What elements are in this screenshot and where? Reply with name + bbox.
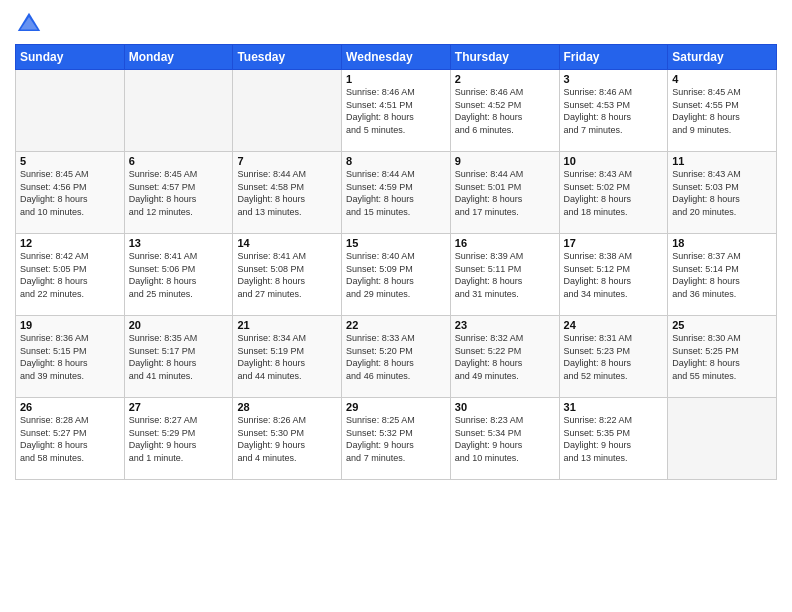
logo-icon [15, 10, 43, 38]
calendar-cell: 23Sunrise: 8:32 AM Sunset: 5:22 PM Dayli… [450, 316, 559, 398]
day-number: 8 [346, 155, 446, 167]
day-number: 1 [346, 73, 446, 85]
day-info: Sunrise: 8:45 AM Sunset: 4:57 PM Dayligh… [129, 168, 229, 218]
calendar-cell: 12Sunrise: 8:42 AM Sunset: 5:05 PM Dayli… [16, 234, 125, 316]
day-number: 9 [455, 155, 555, 167]
day-number: 24 [564, 319, 664, 331]
calendar-cell: 26Sunrise: 8:28 AM Sunset: 5:27 PM Dayli… [16, 398, 125, 480]
calendar-cell: 8Sunrise: 8:44 AM Sunset: 4:59 PM Daylig… [342, 152, 451, 234]
calendar-body: 1Sunrise: 8:46 AM Sunset: 4:51 PM Daylig… [16, 70, 777, 480]
calendar-cell: 21Sunrise: 8:34 AM Sunset: 5:19 PM Dayli… [233, 316, 342, 398]
day-number: 13 [129, 237, 229, 249]
day-number: 10 [564, 155, 664, 167]
calendar-cell [16, 70, 125, 152]
day-number: 12 [20, 237, 120, 249]
day-info: Sunrise: 8:22 AM Sunset: 5:35 PM Dayligh… [564, 414, 664, 464]
calendar-cell: 14Sunrise: 8:41 AM Sunset: 5:08 PM Dayli… [233, 234, 342, 316]
day-info: Sunrise: 8:41 AM Sunset: 5:06 PM Dayligh… [129, 250, 229, 300]
day-info: Sunrise: 8:46 AM Sunset: 4:51 PM Dayligh… [346, 86, 446, 136]
day-info: Sunrise: 8:42 AM Sunset: 5:05 PM Dayligh… [20, 250, 120, 300]
calendar-cell [233, 70, 342, 152]
day-info: Sunrise: 8:40 AM Sunset: 5:09 PM Dayligh… [346, 250, 446, 300]
day-number: 5 [20, 155, 120, 167]
day-number: 21 [237, 319, 337, 331]
day-number: 28 [237, 401, 337, 413]
calendar-cell: 30Sunrise: 8:23 AM Sunset: 5:34 PM Dayli… [450, 398, 559, 480]
day-number: 17 [564, 237, 664, 249]
calendar-table: SundayMondayTuesdayWednesdayThursdayFrid… [15, 44, 777, 480]
day-info: Sunrise: 8:45 AM Sunset: 4:55 PM Dayligh… [672, 86, 772, 136]
calendar-cell: 4Sunrise: 8:45 AM Sunset: 4:55 PM Daylig… [668, 70, 777, 152]
calendar-cell: 9Sunrise: 8:44 AM Sunset: 5:01 PM Daylig… [450, 152, 559, 234]
calendar-cell [668, 398, 777, 480]
day-number: 22 [346, 319, 446, 331]
week-row-4: 19Sunrise: 8:36 AM Sunset: 5:15 PM Dayli… [16, 316, 777, 398]
day-info: Sunrise: 8:25 AM Sunset: 5:32 PM Dayligh… [346, 414, 446, 464]
calendar-cell: 20Sunrise: 8:35 AM Sunset: 5:17 PM Dayli… [124, 316, 233, 398]
calendar-cell: 19Sunrise: 8:36 AM Sunset: 5:15 PM Dayli… [16, 316, 125, 398]
day-number: 15 [346, 237, 446, 249]
week-row-5: 26Sunrise: 8:28 AM Sunset: 5:27 PM Dayli… [16, 398, 777, 480]
logo [15, 10, 47, 38]
calendar-cell: 7Sunrise: 8:44 AM Sunset: 4:58 PM Daylig… [233, 152, 342, 234]
day-info: Sunrise: 8:30 AM Sunset: 5:25 PM Dayligh… [672, 332, 772, 382]
calendar-cell: 29Sunrise: 8:25 AM Sunset: 5:32 PM Dayli… [342, 398, 451, 480]
calendar-cell: 25Sunrise: 8:30 AM Sunset: 5:25 PM Dayli… [668, 316, 777, 398]
day-number: 6 [129, 155, 229, 167]
weekday-header-monday: Monday [124, 45, 233, 70]
calendar-cell: 27Sunrise: 8:27 AM Sunset: 5:29 PM Dayli… [124, 398, 233, 480]
day-info: Sunrise: 8:31 AM Sunset: 5:23 PM Dayligh… [564, 332, 664, 382]
calendar-cell: 10Sunrise: 8:43 AM Sunset: 5:02 PM Dayli… [559, 152, 668, 234]
calendar-cell: 17Sunrise: 8:38 AM Sunset: 5:12 PM Dayli… [559, 234, 668, 316]
week-row-3: 12Sunrise: 8:42 AM Sunset: 5:05 PM Dayli… [16, 234, 777, 316]
day-number: 27 [129, 401, 229, 413]
calendar-cell [124, 70, 233, 152]
weekday-row: SundayMondayTuesdayWednesdayThursdayFrid… [16, 45, 777, 70]
day-number: 30 [455, 401, 555, 413]
day-info: Sunrise: 8:28 AM Sunset: 5:27 PM Dayligh… [20, 414, 120, 464]
day-info: Sunrise: 8:35 AM Sunset: 5:17 PM Dayligh… [129, 332, 229, 382]
calendar-cell: 2Sunrise: 8:46 AM Sunset: 4:52 PM Daylig… [450, 70, 559, 152]
calendar-cell: 16Sunrise: 8:39 AM Sunset: 5:11 PM Dayli… [450, 234, 559, 316]
calendar-cell: 28Sunrise: 8:26 AM Sunset: 5:30 PM Dayli… [233, 398, 342, 480]
calendar-cell: 6Sunrise: 8:45 AM Sunset: 4:57 PM Daylig… [124, 152, 233, 234]
calendar-cell: 24Sunrise: 8:31 AM Sunset: 5:23 PM Dayli… [559, 316, 668, 398]
day-info: Sunrise: 8:45 AM Sunset: 4:56 PM Dayligh… [20, 168, 120, 218]
day-info: Sunrise: 8:44 AM Sunset: 4:58 PM Dayligh… [237, 168, 337, 218]
day-number: 19 [20, 319, 120, 331]
weekday-header-sunday: Sunday [16, 45, 125, 70]
day-info: Sunrise: 8:34 AM Sunset: 5:19 PM Dayligh… [237, 332, 337, 382]
day-number: 11 [672, 155, 772, 167]
day-number: 25 [672, 319, 772, 331]
day-info: Sunrise: 8:44 AM Sunset: 4:59 PM Dayligh… [346, 168, 446, 218]
day-info: Sunrise: 8:39 AM Sunset: 5:11 PM Dayligh… [455, 250, 555, 300]
day-info: Sunrise: 8:27 AM Sunset: 5:29 PM Dayligh… [129, 414, 229, 464]
calendar-cell: 3Sunrise: 8:46 AM Sunset: 4:53 PM Daylig… [559, 70, 668, 152]
weekday-header-wednesday: Wednesday [342, 45, 451, 70]
day-number: 26 [20, 401, 120, 413]
day-number: 14 [237, 237, 337, 249]
day-info: Sunrise: 8:41 AM Sunset: 5:08 PM Dayligh… [237, 250, 337, 300]
day-number: 31 [564, 401, 664, 413]
day-info: Sunrise: 8:43 AM Sunset: 5:03 PM Dayligh… [672, 168, 772, 218]
day-info: Sunrise: 8:26 AM Sunset: 5:30 PM Dayligh… [237, 414, 337, 464]
day-info: Sunrise: 8:43 AM Sunset: 5:02 PM Dayligh… [564, 168, 664, 218]
header [15, 10, 777, 38]
day-number: 16 [455, 237, 555, 249]
calendar-cell: 31Sunrise: 8:22 AM Sunset: 5:35 PM Dayli… [559, 398, 668, 480]
day-number: 29 [346, 401, 446, 413]
week-row-2: 5Sunrise: 8:45 AM Sunset: 4:56 PM Daylig… [16, 152, 777, 234]
day-info: Sunrise: 8:46 AM Sunset: 4:52 PM Dayligh… [455, 86, 555, 136]
calendar-cell: 5Sunrise: 8:45 AM Sunset: 4:56 PM Daylig… [16, 152, 125, 234]
calendar-cell: 22Sunrise: 8:33 AM Sunset: 5:20 PM Dayli… [342, 316, 451, 398]
weekday-header-tuesday: Tuesday [233, 45, 342, 70]
day-info: Sunrise: 8:37 AM Sunset: 5:14 PM Dayligh… [672, 250, 772, 300]
day-number: 3 [564, 73, 664, 85]
calendar-cell: 18Sunrise: 8:37 AM Sunset: 5:14 PM Dayli… [668, 234, 777, 316]
week-row-1: 1Sunrise: 8:46 AM Sunset: 4:51 PM Daylig… [16, 70, 777, 152]
day-number: 7 [237, 155, 337, 167]
calendar-cell: 13Sunrise: 8:41 AM Sunset: 5:06 PM Dayli… [124, 234, 233, 316]
day-info: Sunrise: 8:44 AM Sunset: 5:01 PM Dayligh… [455, 168, 555, 218]
day-info: Sunrise: 8:23 AM Sunset: 5:34 PM Dayligh… [455, 414, 555, 464]
calendar-cell: 15Sunrise: 8:40 AM Sunset: 5:09 PM Dayli… [342, 234, 451, 316]
